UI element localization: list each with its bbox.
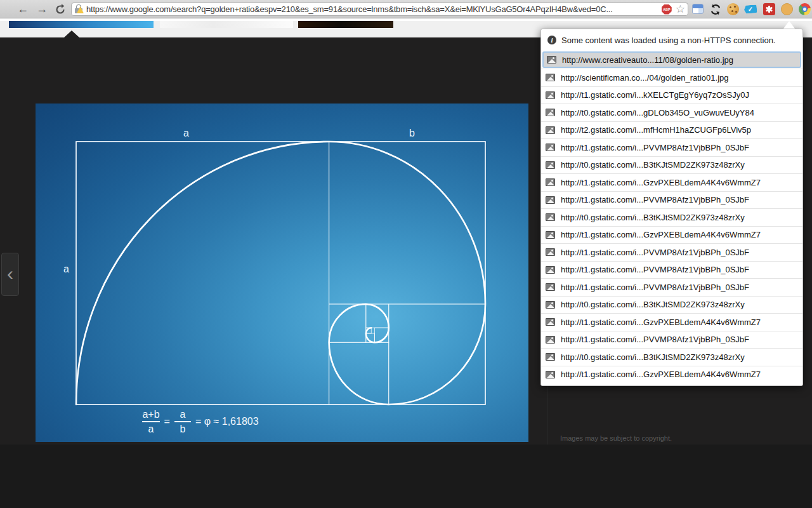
insecure-url-list-item[interactable]: http://t1.gstatic.com/i...PVVMP8Afz1VjbB…	[541, 191, 802, 209]
equals-sign: =	[164, 416, 170, 427]
image-file-icon	[546, 353, 555, 361]
image-file-icon	[546, 161, 555, 169]
golden-ratio-formula: a+b a = a b = φ ≈ 1,61803	[118, 408, 283, 435]
url-text[interactable]: https://www.google.com/search?q=golden+r…	[86, 4, 662, 14]
popup-message: i Some content was loaded using a non-HT…	[541, 29, 802, 50]
insecure-url-text: http://www.creativeauto...11/08/golden-r…	[562, 55, 733, 65]
sync-arrows-extension-icon[interactable]	[709, 3, 722, 16]
image-file-icon	[546, 266, 555, 274]
selected-thumbnail-caret	[64, 30, 79, 37]
label-b-top: b	[409, 128, 415, 139]
image-file-icon	[546, 231, 555, 239]
insecure-url-text: http://t0.gstatic.com/i...gDLOb345O_vuGw…	[561, 108, 754, 117]
insecure-url-list-item[interactable]: http://t1.gstatic.com/i...PVVMP8Afz1VjbB…	[541, 331, 802, 349]
insecure-url-list-item[interactable]: http://t1.gstatic.com/i...GzvPXEBLdemA4K…	[541, 313, 802, 331]
orange-circle-extension-icon[interactable]	[781, 3, 793, 15]
insecure-url-text: http://t2.gstatic.com/i...mfHcmH1haZCUGF…	[561, 125, 751, 135]
insecure-url-list-item[interactable]: http://www.creativeauto...11/08/golden-r…	[542, 51, 801, 68]
insecure-url-list-item[interactable]: http://t0.gstatic.com/i...B3tKJtSMD2ZK97…	[541, 296, 802, 314]
insecure-url-list-item[interactable]: http://t1.gstatic.com/i...PVVMP8Afz1VjbB…	[541, 261, 802, 279]
insecure-url-text: http://t1.gstatic.com/i...GzvPXEBLdemA4K…	[561, 178, 761, 187]
insecure-url-list-item[interactable]: http://t1.gstatic.com/i...GzvPXEBLdemA4K…	[541, 366, 802, 384]
cookie-extension-icon[interactable]	[727, 3, 739, 15]
image-file-icon	[546, 74, 555, 81]
insecure-url-text: http://t1.gstatic.com/i...PVVMP8Afz1VjbB…	[561, 143, 749, 152]
image-file-icon	[546, 109, 555, 116]
detail-panel-divider	[547, 386, 547, 444]
insecure-url-text: http://t0.gstatic.com/i...B3tKJtSMD2ZK97…	[561, 160, 745, 170]
bookmark-star-icon[interactable]: ☆	[676, 4, 685, 15]
insecure-url-list-item[interactable]: http://t0.gstatic.com/i...B3tKJtSMD2ZK97…	[541, 156, 802, 174]
lastpass-asterisk-extension-icon[interactable]	[763, 3, 775, 15]
back-button[interactable]: ←	[15, 2, 30, 17]
insecure-url-list-item[interactable]: http://t0.gstatic.com/i...gDLOb345O_vuGw…	[541, 104, 802, 121]
result-thumbnail-blue[interactable]	[9, 21, 154, 28]
image-file-icon	[546, 301, 555, 309]
insecure-url-list: http://www.creativeauto...11/08/golden-r…	[541, 51, 802, 383]
insecure-url-list-item[interactable]: http://t2.gstatic.com/i...mfHcmH1haZCUGF…	[541, 121, 802, 139]
image-file-icon	[546, 336, 555, 344]
insecure-url-text: http://t1.gstatic.com/i...PVVMP8Afz1VjbB…	[561, 195, 749, 204]
image-file-icon	[546, 126, 555, 134]
insecure-url-text: http://t1.gstatic.com/i...GzvPXEBLdemA4K…	[561, 230, 761, 239]
insecure-url-text: http://t1.gstatic.com/i...GzvPXEBLdemA4K…	[561, 318, 761, 327]
label-a-left: a	[63, 264, 69, 275]
image-file-icon	[546, 318, 555, 326]
phi-value: = φ ≈ 1,61803	[195, 416, 259, 427]
checkmark-tag-extension-icon[interactable]: ✓	[744, 4, 757, 13]
image-file-icon	[546, 196, 555, 204]
insecure-url-text: http://t1.gstatic.com/i...PVVMP8Afz1VjbB…	[561, 265, 749, 274]
insecure-url-text: http://t1.gstatic.com/i...PVVMP8Afz1VjbB…	[561, 248, 749, 257]
fraction-a-over-b: a b	[174, 408, 191, 435]
insecure-url-list-item[interactable]: http://t1.gstatic.com/i...PVVMP8Afz1VjbB…	[541, 138, 802, 156]
window-layout-extension-icon[interactable]	[692, 4, 704, 14]
image-file-icon	[546, 248, 555, 256]
result-thumbnail-light[interactable]	[160, 21, 293, 28]
insecure-url-text: http://t1.gstatic.com/i...GzvPXEBLdemA4K…	[561, 370, 761, 379]
forward-button[interactable]: →	[34, 2, 49, 17]
insecure-url-list-item[interactable]: http://t0.gstatic.com/i...B3tKJtSMD2ZK97…	[541, 348, 802, 366]
sync-arrows-icon	[709, 3, 722, 16]
page-bottom-area	[0, 444, 812, 508]
insecure-url-list-item[interactable]: http://t0.gstatic.com/i...B3tKJtSMD2ZK97…	[541, 208, 802, 226]
address-bar[interactable]: https://www.google.com/search?q=golden+r…	[71, 3, 688, 16]
reload-button[interactable]	[54, 3, 67, 16]
insecure-url-text: http://t1.gstatic.com/i...kXELCTgEgY6yq7…	[561, 90, 749, 100]
https-warning-lock-icon[interactable]	[75, 4, 83, 14]
result-thumbnail-dark[interactable]	[298, 21, 393, 28]
insecure-url-text: http://t1.gstatic.com/i...PVVMP8Afz1VjbB…	[561, 335, 749, 344]
info-icon: i	[547, 36, 556, 44]
non-https-content-popup: i Some content was loaded using a non-HT…	[540, 29, 803, 386]
golden-ratio-image[interactable]: a b a a+b a = a b = φ ≈ 1,61803	[36, 104, 528, 442]
copyright-notice: Images may be subject to copyright.	[560, 434, 672, 442]
color-wheel-extension-icon[interactable]	[799, 3, 811, 15]
popup-message-text: Some content was loaded using a non-HTTP…	[561, 35, 775, 46]
popup-anchor-arrow	[783, 21, 795, 29]
browser-toolbar: ← → https://www.google.com/search?q=gold…	[0, 0, 812, 18]
label-a-top: a	[183, 128, 189, 139]
adblock-badge-icon[interactable]: ABP	[662, 4, 672, 15]
insecure-url-text: http://t0.gstatic.com/i...B3tKJtSMD2ZK97…	[561, 213, 745, 222]
insecure-url-text: http://t0.gstatic.com/i...B3tKJtSMD2ZK97…	[561, 300, 745, 309]
image-file-icon	[546, 144, 555, 151]
image-file-icon	[546, 213, 555, 221]
golden-spiral-diagram	[36, 104, 528, 442]
insecure-url-list-item[interactable]: http://t1.gstatic.com/i...GzvPXEBLdemA4K…	[541, 173, 802, 191]
image-file-icon	[546, 283, 555, 291]
insecure-url-text: http://scientificman.co.../04/golden_rat…	[561, 73, 729, 83]
insecure-url-list-item[interactable]: http://t1.gstatic.com/i...GzvPXEBLdemA4K…	[541, 226, 802, 244]
insecure-url-text: http://t1.gstatic.com/i...PVVMP8Afz1VjbB…	[561, 283, 749, 292]
previous-image-button[interactable]: ‹	[1, 253, 19, 296]
insecure-url-text: http://t0.gstatic.com/i...B3tKJtSMD2ZK97…	[561, 352, 745, 362]
image-file-icon	[547, 56, 556, 64]
insecure-url-list-item[interactable]: http://t1.gstatic.com/i...kXELCTgEgY6yq7…	[541, 86, 802, 104]
reload-icon	[54, 3, 67, 16]
fraction-a-plus-b-over-a: a+b a	[142, 408, 159, 435]
insecure-url-list-item[interactable]: http://t1.gstatic.com/i...PVVMP8Afz1VjbB…	[541, 278, 802, 296]
image-file-icon	[546, 91, 555, 99]
image-file-icon	[546, 371, 555, 378]
image-file-icon	[546, 178, 555, 186]
insecure-url-list-item[interactable]: http://t1.gstatic.com/i...PVVMP8Afz1VjbB…	[541, 243, 802, 261]
insecure-url-list-item[interactable]: http://scientificman.co.../04/golden_rat…	[541, 69, 802, 86]
